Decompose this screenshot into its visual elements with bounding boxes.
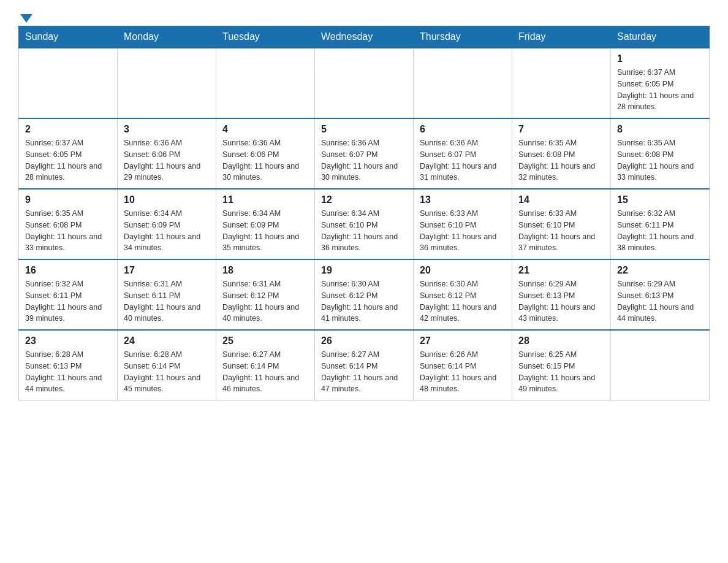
calendar-header-row: SundayMondayTuesdayWednesdayThursdayFrid… — [19, 26, 710, 48]
calendar-cell: 5Sunrise: 6:36 AM Sunset: 6:07 PM Daylig… — [315, 118, 414, 189]
day-info: Sunrise: 6:36 AM Sunset: 6:07 PM Dayligh… — [321, 137, 407, 183]
day-number: 9 — [25, 194, 111, 205]
logo — [18, 12, 32, 20]
day-number: 3 — [124, 124, 210, 135]
day-number: 13 — [420, 194, 506, 205]
calendar-cell: 20Sunrise: 6:30 AM Sunset: 6:12 PM Dayli… — [414, 259, 512, 330]
day-info: Sunrise: 6:32 AM Sunset: 6:11 PM Dayligh… — [617, 208, 703, 254]
day-number: 19 — [321, 265, 407, 276]
calendar-cell: 3Sunrise: 6:36 AM Sunset: 6:06 PM Daylig… — [118, 118, 216, 189]
calendar-cell: 2Sunrise: 6:37 AM Sunset: 6:05 PM Daylig… — [19, 118, 118, 189]
calendar-cell: 25Sunrise: 6:27 AM Sunset: 6:14 PM Dayli… — [216, 330, 315, 400]
day-number: 17 — [124, 265, 210, 276]
calendar-cell: 8Sunrise: 6:35 AM Sunset: 6:08 PM Daylig… — [611, 118, 710, 189]
day-of-week-header: Tuesday — [216, 26, 315, 48]
day-number: 18 — [222, 265, 308, 276]
day-info: Sunrise: 6:28 AM Sunset: 6:14 PM Dayligh… — [124, 349, 210, 395]
calendar-cell: 23Sunrise: 6:28 AM Sunset: 6:13 PM Dayli… — [19, 330, 118, 400]
day-info: Sunrise: 6:28 AM Sunset: 6:13 PM Dayligh… — [25, 349, 111, 395]
day-info: Sunrise: 6:34 AM Sunset: 6:09 PM Dayligh… — [124, 208, 210, 254]
day-info: Sunrise: 6:37 AM Sunset: 6:05 PM Dayligh… — [25, 137, 111, 183]
calendar-cell: 1Sunrise: 6:37 AM Sunset: 6:05 PM Daylig… — [611, 48, 710, 118]
calendar-cell: 15Sunrise: 6:32 AM Sunset: 6:11 PM Dayli… — [611, 189, 710, 259]
day-info: Sunrise: 6:29 AM Sunset: 6:13 PM Dayligh… — [518, 278, 604, 324]
day-of-week-header: Wednesday — [315, 26, 414, 48]
calendar-cell — [512, 48, 611, 118]
calendar-week-row: 16Sunrise: 6:32 AM Sunset: 6:11 PM Dayli… — [19, 259, 710, 330]
calendar-cell: 7Sunrise: 6:35 AM Sunset: 6:08 PM Daylig… — [512, 118, 611, 189]
day-number: 25 — [222, 335, 308, 347]
calendar-cell: 26Sunrise: 6:27 AM Sunset: 6:14 PM Dayli… — [315, 330, 414, 400]
calendar-cell: 18Sunrise: 6:31 AM Sunset: 6:12 PM Dayli… — [216, 259, 315, 330]
day-info: Sunrise: 6:36 AM Sunset: 6:06 PM Dayligh… — [124, 137, 210, 183]
calendar-week-row: 1Sunrise: 6:37 AM Sunset: 6:05 PM Daylig… — [19, 48, 710, 118]
day-info: Sunrise: 6:30 AM Sunset: 6:12 PM Dayligh… — [321, 278, 407, 324]
calendar-cell: 19Sunrise: 6:30 AM Sunset: 6:12 PM Dayli… — [315, 259, 414, 330]
day-number: 15 — [617, 194, 703, 205]
calendar-week-row: 2Sunrise: 6:37 AM Sunset: 6:05 PM Daylig… — [19, 118, 710, 189]
day-number: 27 — [420, 335, 506, 347]
calendar-cell: 14Sunrise: 6:33 AM Sunset: 6:10 PM Dayli… — [512, 189, 611, 259]
calendar-cell: 22Sunrise: 6:29 AM Sunset: 6:13 PM Dayli… — [611, 259, 710, 330]
calendar-cell: 27Sunrise: 6:26 AM Sunset: 6:14 PM Dayli… — [414, 330, 512, 400]
calendar-cell — [414, 48, 512, 118]
calendar-table: SundayMondayTuesdayWednesdayThursdayFrid… — [18, 26, 710, 400]
day-number: 16 — [25, 265, 111, 276]
day-number: 24 — [124, 335, 210, 347]
day-of-week-header: Friday — [512, 26, 611, 48]
day-number: 10 — [124, 194, 210, 205]
day-number: 7 — [518, 124, 604, 135]
calendar-cell — [19, 48, 118, 118]
day-info: Sunrise: 6:32 AM Sunset: 6:11 PM Dayligh… — [25, 278, 111, 324]
day-info: Sunrise: 6:35 AM Sunset: 6:08 PM Dayligh… — [518, 137, 604, 183]
calendar-cell: 11Sunrise: 6:34 AM Sunset: 6:09 PM Dayli… — [216, 189, 315, 259]
day-info: Sunrise: 6:29 AM Sunset: 6:13 PM Dayligh… — [617, 278, 703, 324]
day-info: Sunrise: 6:33 AM Sunset: 6:10 PM Dayligh… — [420, 208, 506, 254]
day-number: 11 — [222, 194, 308, 205]
calendar-week-row: 9Sunrise: 6:35 AM Sunset: 6:08 PM Daylig… — [19, 189, 710, 259]
day-info: Sunrise: 6:36 AM Sunset: 6:07 PM Dayligh… — [420, 137, 506, 183]
day-of-week-header: Thursday — [414, 26, 512, 48]
day-of-week-header: Sunday — [19, 26, 118, 48]
day-info: Sunrise: 6:37 AM Sunset: 6:05 PM Dayligh… — [617, 67, 703, 113]
calendar-cell: 17Sunrise: 6:31 AM Sunset: 6:11 PM Dayli… — [118, 259, 216, 330]
day-info: Sunrise: 6:35 AM Sunset: 6:08 PM Dayligh… — [25, 208, 111, 254]
calendar-cell — [118, 48, 216, 118]
logo-general — [18, 12, 32, 21]
calendar-cell — [216, 48, 315, 118]
calendar-cell — [611, 330, 710, 400]
calendar-cell: 13Sunrise: 6:33 AM Sunset: 6:10 PM Dayli… — [414, 189, 512, 259]
day-info: Sunrise: 6:25 AM Sunset: 6:15 PM Dayligh… — [518, 349, 604, 395]
calendar-cell: 12Sunrise: 6:34 AM Sunset: 6:10 PM Dayli… — [315, 189, 414, 259]
day-of-week-header: Saturday — [611, 26, 710, 48]
day-info: Sunrise: 6:33 AM Sunset: 6:10 PM Dayligh… — [518, 208, 604, 254]
day-info: Sunrise: 6:31 AM Sunset: 6:12 PM Dayligh… — [222, 278, 308, 324]
calendar-cell: 16Sunrise: 6:32 AM Sunset: 6:11 PM Dayli… — [19, 259, 118, 330]
day-number: 26 — [321, 335, 407, 347]
day-number: 20 — [420, 265, 506, 276]
day-info: Sunrise: 6:27 AM Sunset: 6:14 PM Dayligh… — [321, 349, 407, 395]
calendar-cell: 24Sunrise: 6:28 AM Sunset: 6:14 PM Dayli… — [118, 330, 216, 400]
day-number: 22 — [617, 265, 703, 276]
day-number: 14 — [518, 194, 604, 205]
calendar-cell: 9Sunrise: 6:35 AM Sunset: 6:08 PM Daylig… — [19, 189, 118, 259]
day-number: 28 — [518, 335, 604, 347]
day-number: 8 — [617, 124, 703, 135]
day-info: Sunrise: 6:34 AM Sunset: 6:09 PM Dayligh… — [222, 208, 308, 254]
logo-arrow-icon — [20, 14, 32, 23]
day-info: Sunrise: 6:26 AM Sunset: 6:14 PM Dayligh… — [420, 349, 506, 395]
calendar-cell: 10Sunrise: 6:34 AM Sunset: 6:09 PM Dayli… — [118, 189, 216, 259]
day-number: 21 — [518, 265, 604, 276]
day-of-week-header: Monday — [118, 26, 216, 48]
calendar-week-row: 23Sunrise: 6:28 AM Sunset: 6:13 PM Dayli… — [19, 330, 710, 400]
day-number: 2 — [25, 124, 111, 135]
day-number: 5 — [321, 124, 407, 135]
calendar-cell: 28Sunrise: 6:25 AM Sunset: 6:15 PM Dayli… — [512, 330, 611, 400]
day-info: Sunrise: 6:27 AM Sunset: 6:14 PM Dayligh… — [222, 349, 308, 395]
calendar-cell: 4Sunrise: 6:36 AM Sunset: 6:06 PM Daylig… — [216, 118, 315, 189]
day-info: Sunrise: 6:35 AM Sunset: 6:08 PM Dayligh… — [617, 137, 703, 183]
day-info: Sunrise: 6:31 AM Sunset: 6:11 PM Dayligh… — [124, 278, 210, 324]
day-number: 1 — [617, 53, 703, 64]
calendar-cell: 6Sunrise: 6:36 AM Sunset: 6:07 PM Daylig… — [414, 118, 512, 189]
day-number: 4 — [222, 124, 308, 135]
